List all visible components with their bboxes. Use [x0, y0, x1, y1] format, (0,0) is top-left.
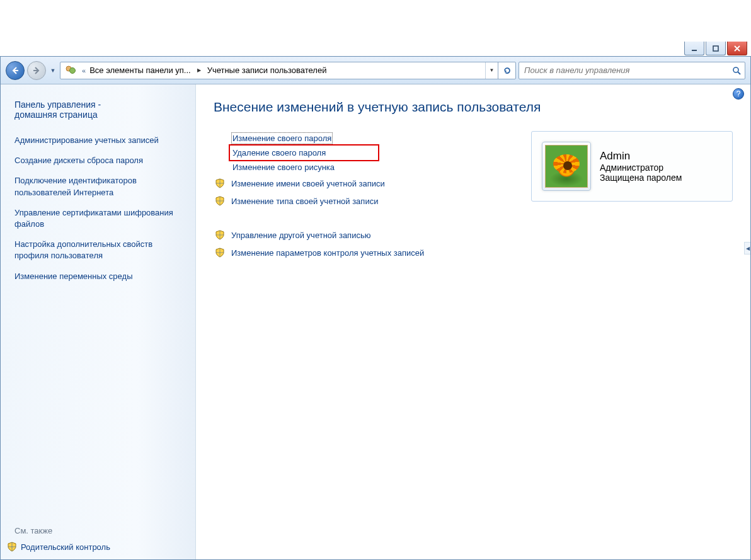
task-delete-password[interactable]: Удаление своего пароля: [214, 146, 506, 160]
search-input[interactable]: [523, 65, 732, 76]
shield-icon: [214, 229, 226, 241]
chevron-left-icon: ◀: [746, 246, 750, 251]
breadcrumb-seg-2[interactable]: Учетные записи пользователей: [205, 66, 330, 75]
page-title: Внесение изменений в учетную запись поль…: [214, 100, 733, 115]
sidebar: Панель управления - домашняя страница Ад…: [1, 84, 196, 559]
see-also-label: См. также: [14, 526, 181, 535]
task-change-account-type[interactable]: Изменение типа своей учетной записи: [214, 192, 506, 210]
main-pane: ? Внесение изменений в учетную запись по…: [196, 84, 750, 559]
nav-history-dropdown[interactable]: ▼: [49, 61, 57, 80]
avatar: [542, 142, 591, 191]
sidebar-link-password-reset-disk[interactable]: Создание дискеты сброса пароля: [14, 155, 181, 166]
account-password-status: Защищена паролем: [600, 173, 682, 183]
account-role: Администратор: [600, 163, 682, 173]
sidebar-link-environment-variables[interactable]: Изменение переменных среды: [14, 271, 181, 282]
search-box[interactable]: [519, 62, 745, 79]
user-accounts-icon: [63, 63, 78, 78]
refresh-button[interactable]: [498, 62, 515, 79]
parental-controls-link[interactable]: Родительский контроль: [7, 542, 181, 552]
svg-rect-1: [713, 46, 718, 51]
breadcrumb-separator-icon[interactable]: ▶: [193, 67, 205, 73]
chevron-left-icon: «: [81, 67, 87, 74]
account-card: Admin Администратор Защищена паролем: [531, 131, 733, 202]
account-name: Admin: [600, 150, 682, 163]
window-controls: [684, 42, 747, 55]
control-panel-window: ▼ « Все элементы панели уп... ▶ Учетные …: [0, 56, 751, 560]
minimize-icon: [691, 45, 697, 52]
breadcrumb-seg-1[interactable]: Все элементы панели уп...: [87, 66, 193, 75]
forward-button[interactable]: [27, 61, 46, 80]
maximize-button[interactable]: [706, 42, 726, 55]
help-button[interactable]: ?: [733, 88, 744, 100]
sidebar-link-encryption-certificates[interactable]: Управление сертификатами шифрования файл…: [14, 207, 181, 230]
window-body: Панель управления - домашняя страница Ад…: [1, 84, 750, 559]
sidebar-link-manage-accounts[interactable]: Администрирование учетных записей: [14, 135, 181, 146]
task-manage-other-account[interactable]: Управление другой учетной записью: [214, 226, 506, 244]
task-uac-settings[interactable]: Изменение параметров контроля учетных за…: [214, 244, 506, 261]
task-change-picture[interactable]: Изменение своего рисунка: [214, 160, 506, 174]
address-bar[interactable]: « Все элементы панели уп... ▶ Учетные за…: [60, 62, 516, 79]
task-list: Изменение своего пароля Удаление своего …: [214, 131, 506, 261]
parental-controls-label: Родительский контроль: [21, 542, 110, 552]
shield-icon: [214, 246, 226, 259]
search-icon: [732, 66, 741, 75]
shield-icon: [214, 195, 226, 207]
shield-icon: [7, 542, 17, 552]
shield-icon: [214, 177, 226, 190]
help-icon: ?: [737, 89, 741, 98]
arrow-left-icon: [11, 66, 20, 75]
close-button[interactable]: [727, 42, 747, 55]
svg-point-4: [733, 67, 738, 72]
arrow-right-icon: [32, 66, 41, 75]
sidebar-link-advanced-profile[interactable]: Настройка дополнительных свойств профиля…: [14, 239, 181, 261]
expand-pane-button[interactable]: ◀: [744, 242, 750, 254]
svg-rect-0: [692, 50, 697, 51]
sidebar-links: Администрирование учетных записей Создан…: [14, 135, 181, 291]
control-panel-home-link[interactable]: Панель управления - домашняя страница: [14, 100, 181, 120]
refresh-icon: [503, 66, 512, 75]
close-icon: [734, 45, 740, 52]
svg-point-3: [70, 67, 76, 73]
maximize-icon: [713, 45, 719, 52]
avatar-image: [545, 145, 588, 188]
minimize-button[interactable]: [684, 42, 704, 55]
address-dropdown-button[interactable]: ▼: [485, 62, 498, 79]
toolbar: ▼ « Все элементы панели уп... ▶ Учетные …: [1, 57, 750, 84]
sidebar-link-online-ids[interactable]: Подключение идентификаторов пользователе…: [14, 175, 181, 198]
task-change-password[interactable]: Изменение своего пароля: [214, 131, 506, 146]
task-change-account-name[interactable]: Изменение имени своей учетной записи: [214, 174, 506, 192]
back-button[interactable]: [6, 61, 25, 80]
